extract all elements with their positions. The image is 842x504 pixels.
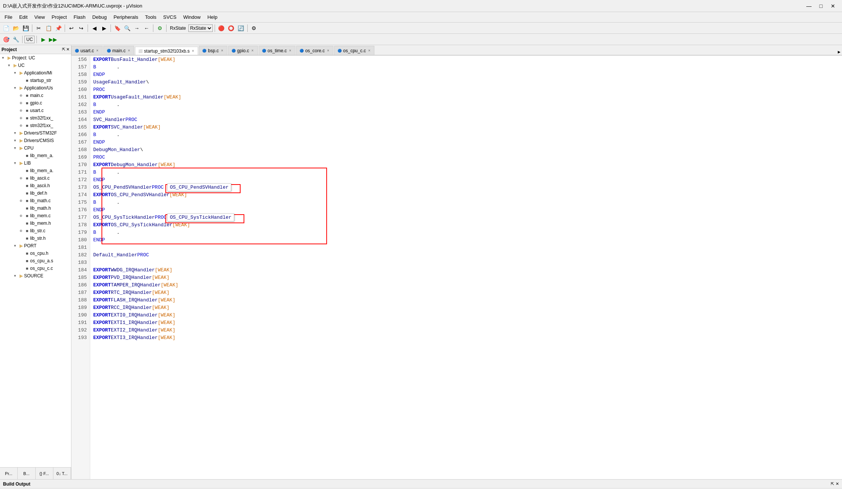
menu-item-file[interactable]: File xyxy=(2,14,15,21)
tree-item-8[interactable]: ⊕■stm32f1xx_ xyxy=(0,114,71,122)
code-line[interactable]: ENDP xyxy=(90,236,842,244)
save-button[interactable]: 💾 xyxy=(21,24,30,33)
menu-item-project[interactable]: Project xyxy=(48,14,70,21)
tree-item-14[interactable]: ▼▶LIB xyxy=(0,159,71,167)
outdent-button[interactable]: ← xyxy=(142,24,151,33)
code-line[interactable]: Default_Handler PROC xyxy=(90,251,842,259)
menu-item-window[interactable]: Window xyxy=(180,14,203,21)
tree-item-10[interactable]: ▼▶Drivers/STM32F xyxy=(0,129,71,137)
bookmark-button[interactable]: 🔖 xyxy=(113,24,122,33)
tree-item-18[interactable]: ■lib_def.h xyxy=(0,189,71,197)
project-bottom-tab[interactable]: B... xyxy=(18,468,35,479)
code-view[interactable]: 1561571581591601611621631641651661671681… xyxy=(71,56,842,479)
code-line[interactable]: DebugMon_Handler\ xyxy=(90,146,842,153)
code-line[interactable]: EXPORT OS_CPU_PendSVHandler [WEAK] xyxy=(90,191,842,198)
code-line[interactable]: EXPORT DebugMon_Handler [WEAK] xyxy=(90,161,842,168)
build-output-close-button[interactable]: ✕ xyxy=(836,481,839,486)
code-line[interactable]: ENDP xyxy=(90,138,842,146)
code-line[interactable]: EXPORT EXTI2_IRQHandler [WEAK] xyxy=(90,326,842,334)
menu-item-view[interactable]: View xyxy=(31,14,48,21)
compile-button[interactable]: ▶ xyxy=(39,35,48,44)
code-line[interactable]: EXPORT EXTI3_IRQHandler [WEAK] xyxy=(90,334,842,341)
close-button[interactable]: ✕ xyxy=(827,1,839,11)
tree-item-23[interactable]: ⊕■lib_str.c xyxy=(0,227,71,235)
tree-item-6[interactable]: ⊕■gpio.c xyxy=(0,99,71,107)
find-button[interactable]: 🔍 xyxy=(123,24,132,33)
step-button[interactable]: 🔄 xyxy=(236,24,245,33)
project-close-button[interactable]: ✕ xyxy=(66,47,70,52)
tree-item-4[interactable]: ▼▶Application/Us xyxy=(0,84,71,92)
build-all-button[interactable]: ▶▶ xyxy=(48,35,58,44)
editor-tab-2[interactable]: ⬜startup_stm32f103xb.s× xyxy=(135,47,198,56)
undo-button[interactable]: ↩ xyxy=(67,24,76,33)
tree-item-1[interactable]: ▼▶UC xyxy=(0,62,71,69)
tab-close-button[interactable]: × xyxy=(191,49,195,53)
code-line[interactable]: PROC xyxy=(90,86,842,93)
code-line[interactable]: EXPORT WWDG_IRQHandler [WEAK] xyxy=(90,266,842,274)
menu-item-edit[interactable]: Edit xyxy=(16,14,30,21)
new-file-button[interactable]: 📄 xyxy=(2,24,11,33)
redo-button[interactable]: ↪ xyxy=(77,24,86,33)
editor-tab-7[interactable]: 🔵os_cpu_c.c× xyxy=(334,46,375,55)
editor-tab-5[interactable]: 🔵os_time.c× xyxy=(259,46,295,55)
code-line[interactable]: EXPORT UsageFault_Handler [WEAK] xyxy=(90,93,842,101)
editor-tab-4[interactable]: 🔵gpio.c× xyxy=(228,46,258,55)
tab-close-button[interactable]: × xyxy=(127,48,131,53)
tree-item-22[interactable]: ■lib_mem.h xyxy=(0,219,71,227)
code-line[interactable]: EXPORT EXTI1_IRQHandler [WEAK] xyxy=(90,319,842,326)
code-line[interactable]: B . xyxy=(90,229,842,236)
code-line[interactable]: B . xyxy=(90,198,842,206)
tree-item-28[interactable]: ■os_cpu_c.c xyxy=(0,265,71,272)
build-button[interactable]: ⚙ xyxy=(155,24,164,33)
tree-item-29[interactable]: ▼▶SOURCE xyxy=(0,272,71,280)
editor-tab-0[interactable]: 🔵usart.c× xyxy=(71,46,103,55)
code-line[interactable]: B . xyxy=(90,101,842,108)
editor-tab-3[interactable]: 🔵bsp.c× xyxy=(199,46,227,55)
code-line[interactable]: EXPORT EXTI0_IRQHandler [WEAK] xyxy=(90,311,842,319)
indent-button[interactable]: → xyxy=(132,24,141,33)
code-line[interactable]: EXPORT SVC_Handler [WEAK] xyxy=(90,123,842,131)
code-line[interactable]: UsageFault_Handler\ xyxy=(90,78,842,86)
menu-item-svcs[interactable]: SVCS xyxy=(160,14,179,21)
menu-item-tools[interactable]: Tools xyxy=(142,14,159,21)
code-line[interactable]: EXPORT OS_CPU_SysTickHandler [WEAK] xyxy=(90,221,842,229)
next-button[interactable]: ▶ xyxy=(100,24,109,33)
tab-close-button[interactable]: × xyxy=(220,48,224,53)
tree-item-13[interactable]: ■lib_mem_a. xyxy=(0,152,71,159)
editor-tab-6[interactable]: 🔵os_core.c× xyxy=(296,46,333,55)
code-line[interactable]: EXPORT TAMPER_IRQHandler [WEAK] xyxy=(90,281,842,289)
menu-item-help[interactable]: Help xyxy=(204,14,221,21)
project-bottom-tab[interactable]: Pr... xyxy=(0,468,18,479)
options-button[interactable]: ⚙ xyxy=(250,24,259,33)
tree-item-3[interactable]: ■startup_str xyxy=(0,77,71,84)
target-button[interactable]: 🎯 xyxy=(2,35,11,44)
code-line[interactable]: B . xyxy=(90,131,842,138)
tree-item-0[interactable]: ▼▶Project: UC xyxy=(0,54,71,62)
maximize-button[interactable]: □ xyxy=(815,1,827,11)
project-bottom-tab[interactable]: {} F... xyxy=(36,468,53,479)
menu-item-flash[interactable]: Flash xyxy=(71,14,89,21)
menu-item-peripherals[interactable]: Peripherals xyxy=(111,14,141,21)
code-line[interactable]: ENDP xyxy=(90,108,842,116)
code-line[interactable]: ENDP xyxy=(90,71,842,78)
tree-item-17[interactable]: ■lib_ascii.h xyxy=(0,182,71,189)
code-line[interactable]: B . xyxy=(90,168,842,176)
code-line[interactable] xyxy=(90,244,842,251)
code-line[interactable]: ENDP xyxy=(90,176,842,183)
code-line[interactable]: B . xyxy=(90,63,842,71)
code-line[interactable]: PROC xyxy=(90,153,842,161)
code-line[interactable]: OS_CPU_SysTickHandler PROC xyxy=(90,213,842,221)
code-line[interactable]: EXPORT PVD_IRQHandler [WEAK] xyxy=(90,274,842,281)
tab-close-button[interactable]: × xyxy=(251,48,254,53)
tree-item-27[interactable]: ■os_cpu_a.s xyxy=(0,257,71,265)
minimize-button[interactable]: — xyxy=(803,1,815,11)
open-button[interactable]: 📂 xyxy=(11,24,20,33)
tab-scroll-right[interactable]: ▶ xyxy=(836,49,842,55)
code-line[interactable] xyxy=(90,259,842,266)
tab-close-button[interactable]: × xyxy=(95,48,99,53)
debug-button[interactable]: 🔴 xyxy=(217,24,226,33)
tree-item-2[interactable]: ▼▶Application/Mi xyxy=(0,69,71,77)
tab-close-button[interactable]: × xyxy=(288,48,292,53)
tree-item-7[interactable]: ⊕■usart.c xyxy=(0,107,71,114)
editor-tab-1[interactable]: 🔵main.c× xyxy=(103,46,134,55)
